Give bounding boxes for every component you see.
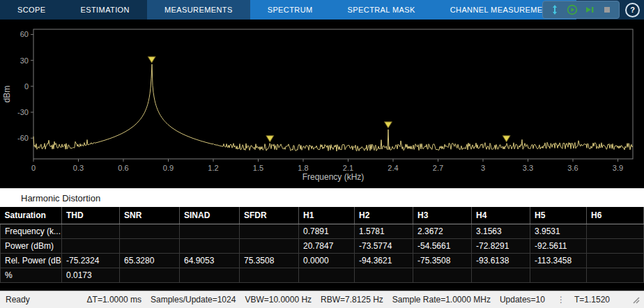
- table-cell: [355, 268, 413, 283]
- table-cell: 75.3508: [240, 254, 299, 268]
- plot-panel: 60300-30-6000.30.60.91.21.51.82.12.42.73…: [0, 20, 644, 188]
- tab-spectral-mask[interactable]: SPECTRAL MASK: [330, 0, 433, 20]
- table-cell: -93.6138: [472, 254, 530, 268]
- harmonics-table-container: SaturationTHDSNRSINADSFDRH1H2H3H4H5H6Fre…: [0, 207, 644, 291]
- table-cell: 0.0000: [299, 254, 355, 268]
- table-cell: [587, 254, 644, 268]
- table-cell: 20.7847: [299, 239, 355, 254]
- tab-estimation[interactable]: ESTIMATION: [63, 0, 147, 20]
- table-cell: [120, 239, 180, 254]
- x-tick-label: 2.1: [343, 164, 353, 172]
- run-icon[interactable]: [567, 4, 578, 15]
- y-tick-label: 30: [20, 56, 29, 65]
- table-cell: [240, 268, 299, 283]
- y-tick-label: 0: [24, 82, 29, 91]
- panel-title: Harmonic Distortion: [0, 193, 100, 203]
- table-cell: 3.1563: [472, 224, 530, 239]
- x-tick-label: 2.4: [388, 164, 398, 172]
- x-tick-label: 0.6: [118, 164, 128, 172]
- status-items: ΔT=1.0000 msSamples/Update=1024VBW=10.00…: [87, 295, 545, 305]
- column-header-h1: H1: [299, 207, 355, 224]
- row-label: Rel. Power (dB...: [1, 254, 62, 268]
- table-cell: [180, 268, 240, 283]
- peak-marker[interactable]: [384, 122, 392, 128]
- spectrum-trace: [33, 64, 633, 151]
- table-cell: -75.3508: [413, 254, 472, 268]
- autoscale-icon[interactable]: [549, 4, 560, 15]
- x-axis-label: Frequency (kHz): [302, 172, 365, 182]
- table-cell: -72.8291: [472, 239, 530, 254]
- column-header-h4: H4: [472, 207, 530, 224]
- stop-icon[interactable]: [601, 4, 613, 15]
- x-tick-label: 2.7: [433, 164, 443, 172]
- tab-spectrum[interactable]: SPECTRUM: [250, 0, 330, 20]
- x-tick-label: 3: [481, 164, 485, 172]
- table-cell: [180, 239, 240, 254]
- table-cell: [62, 239, 120, 254]
- table-cell: -75.2324: [62, 254, 120, 268]
- tab-strip: ? SCOPEESTIMATIONMEASUREMENTSSPECTRUMSPE…: [0, 0, 644, 20]
- table-cell: [299, 268, 355, 283]
- step-forward-icon[interactable]: [584, 4, 595, 15]
- y-tick-label: 60: [20, 30, 29, 38]
- table-cell: [587, 268, 644, 283]
- table-row: %0.0173: [1, 268, 644, 283]
- tab-scope[interactable]: SCOPE: [0, 0, 63, 20]
- status-item: VBW=10.0000 Hz: [245, 295, 312, 305]
- axes-box: [33, 29, 633, 159]
- table-cell: -73.5774: [355, 239, 413, 254]
- toolbar: ?: [542, 1, 640, 18]
- table-cell: 65.3280: [120, 254, 180, 268]
- table-cell: [120, 268, 180, 283]
- table-cell: [180, 224, 240, 239]
- row-label: Power (dBm): [1, 239, 62, 254]
- table-cell: 3.9531: [530, 224, 587, 239]
- status-item: Updates=10: [500, 295, 545, 305]
- table-cell: [587, 239, 644, 254]
- peak-marker[interactable]: [266, 136, 274, 142]
- status-item: RBW=7.8125 Hz: [321, 295, 383, 305]
- table-cell: -94.3621: [355, 254, 413, 268]
- help-button[interactable]: ?: [625, 3, 640, 17]
- harmonics-table: SaturationTHDSNRSINADSFDRH1H2H3H4H5H6Fre…: [0, 207, 644, 283]
- table-cell: 0.7891: [299, 224, 355, 239]
- x-tick-label: 3.9: [613, 164, 623, 172]
- status-time: T=1.1520: [574, 295, 610, 305]
- table-cell: [472, 268, 530, 283]
- status-item: Sample Rate=1.0000 MHz: [392, 295, 491, 305]
- x-tick-label: 0.9: [163, 164, 174, 172]
- resize-grip-icon[interactable]: [631, 295, 640, 304]
- playback-controls: [542, 1, 620, 19]
- row-label: Frequency (k...: [1, 224, 62, 239]
- status-splitter-icon[interactable]: ⋮: [557, 295, 565, 305]
- x-tick-label: 1.5: [253, 164, 263, 172]
- x-tick-label: 1.2: [208, 164, 218, 172]
- table-cell: 0.0173: [62, 268, 120, 283]
- status-item: Samples/Update=1024: [151, 295, 236, 305]
- peak-marker[interactable]: [503, 136, 510, 142]
- peak-marker[interactable]: [148, 56, 155, 63]
- table-cell: [530, 268, 587, 283]
- column-header-saturation: Saturation: [1, 207, 62, 224]
- x-tick-label: 0.3: [73, 164, 84, 172]
- table-cell: [62, 224, 120, 239]
- table-cell: 2.3672: [413, 224, 472, 239]
- y-tick-label: -30: [17, 108, 29, 116]
- table-cell: -113.3458: [530, 254, 587, 268]
- spectrum-plot[interactable]: 60300-30-6000.30.60.91.21.51.82.12.42.73…: [0, 20, 644, 188]
- x-tick-label: 3.3: [523, 164, 533, 172]
- y-axis-label: dBm: [2, 86, 12, 103]
- status-right: ΔT=1.0000 msSamples/Update=1024VBW=10.00…: [87, 295, 644, 305]
- table-row: Power (dBm)20.7847-73.5774-54.5661-72.82…: [1, 239, 644, 254]
- table-cell: [120, 224, 180, 239]
- table-cell: [240, 224, 299, 239]
- y-tick-label: -60: [17, 134, 29, 142]
- table-cell: [413, 268, 472, 283]
- column-header-h2: H2: [355, 207, 413, 224]
- table-cell: [240, 239, 299, 254]
- table-row: Rel. Power (dB...-75.232465.328064.90537…: [1, 254, 644, 268]
- x-tick-label: 0: [31, 164, 36, 172]
- column-header-sfdr: SFDR: [240, 207, 299, 224]
- tab-measurements[interactable]: MEASUREMENTS: [147, 0, 250, 20]
- table-cell: 64.9053: [180, 254, 240, 268]
